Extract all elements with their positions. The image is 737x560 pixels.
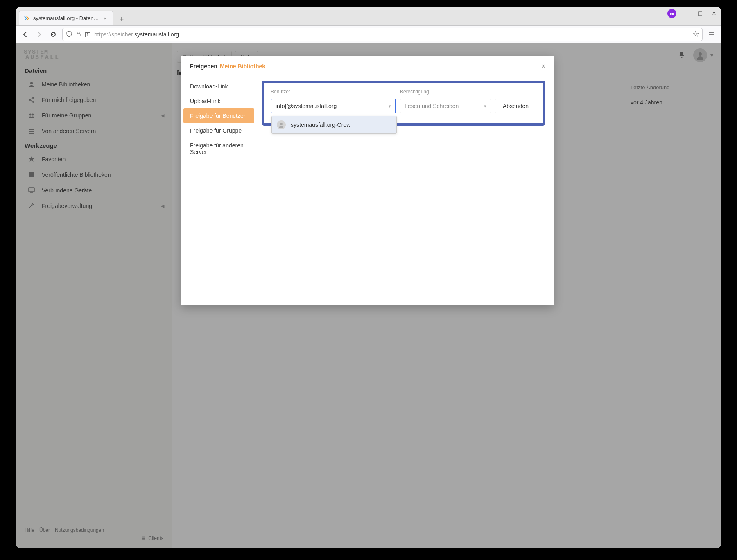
shield-icon — [66, 31, 72, 38]
dialog-title-prefix: Freigeben — [190, 63, 217, 70]
label-user: Benutzer — [271, 89, 400, 95]
svg-rect-0 — [77, 34, 80, 36]
key-icon: ⚿ — [85, 31, 91, 38]
reload-button[interactable] — [48, 29, 58, 39]
new-tab-button[interactable]: + — [115, 13, 128, 25]
button-label: Absenden — [503, 103, 529, 109]
dropdown-option-label: systemausfall.org-Crew — [291, 122, 350, 128]
dialog-nav: Download-Link Upload-Link Freigabe für B… — [181, 75, 257, 305]
user-select-input[interactable]: info|@systemausfall.org ▾ systemausfall.… — [271, 99, 396, 113]
chevron-down-icon: ▾ — [484, 104, 486, 109]
back-button[interactable] — [20, 29, 30, 39]
avatar-icon — [277, 120, 286, 129]
browser-tab[interactable]: systemausfall.org - Daten… × — [19, 11, 113, 25]
dialog-title-accent: Meine Bibliothek — [220, 63, 265, 70]
firefox-account-icon[interactable]: ∞ — [667, 9, 676, 18]
browser-menu-button[interactable] — [707, 29, 717, 39]
nav-share-group[interactable]: Freigabe für Gruppe — [183, 123, 254, 138]
browser-tabstrip: systemausfall.org - Daten… × + ∞ – □ × — [16, 7, 721, 25]
nav-share-user[interactable]: Freigabe für Benutzer — [183, 108, 254, 123]
url-bar[interactable]: ⚿ https://speicher.systemausfall.org — [62, 28, 703, 41]
svg-point-15 — [280, 123, 283, 125]
nav-share-server[interactable]: Freigabe für anderen Server — [183, 138, 254, 159]
window-minimize-button[interactable]: – — [682, 10, 690, 17]
tab-favicon-icon — [23, 15, 30, 22]
user-value: info|@systemausfall.org — [276, 103, 337, 109]
nav-upload-link[interactable]: Upload-Link — [183, 94, 254, 108]
permission-value: Lesen und Schreiben — [405, 103, 459, 109]
highlighted-region: Benutzer Berechtigung info|@systemausfal… — [262, 81, 545, 126]
window-close-button[interactable]: × — [710, 10, 718, 17]
dialog-close-button[interactable]: × — [541, 62, 545, 70]
user-dropdown: systemausfall.org-Crew — [271, 116, 397, 134]
window-maximize-button[interactable]: □ — [696, 10, 704, 17]
permission-select[interactable]: Lesen und Schreiben ▾ — [400, 99, 491, 113]
dropdown-option[interactable]: systemausfall.org-Crew — [272, 116, 396, 133]
forward-button[interactable] — [34, 29, 44, 39]
nav-download-link[interactable]: Download-Link — [183, 79, 254, 94]
browser-toolbar: ⚿ https://speicher.systemausfall.org — [16, 25, 721, 43]
tab-title: systemausfall.org - Daten… — [33, 15, 100, 21]
share-dialog: Freigeben Meine Bibliothek × Download-Li… — [181, 56, 554, 305]
lock-icon — [76, 31, 81, 38]
label-permission: Berechtigung — [400, 89, 536, 95]
submit-button[interactable]: Absenden — [495, 99, 536, 113]
tab-close-icon[interactable]: × — [103, 15, 107, 21]
url-text: https://speicher.systemausfall.org — [94, 31, 179, 38]
chevron-down-icon: ▾ — [389, 104, 391, 109]
bookmark-star-icon[interactable] — [692, 31, 699, 38]
